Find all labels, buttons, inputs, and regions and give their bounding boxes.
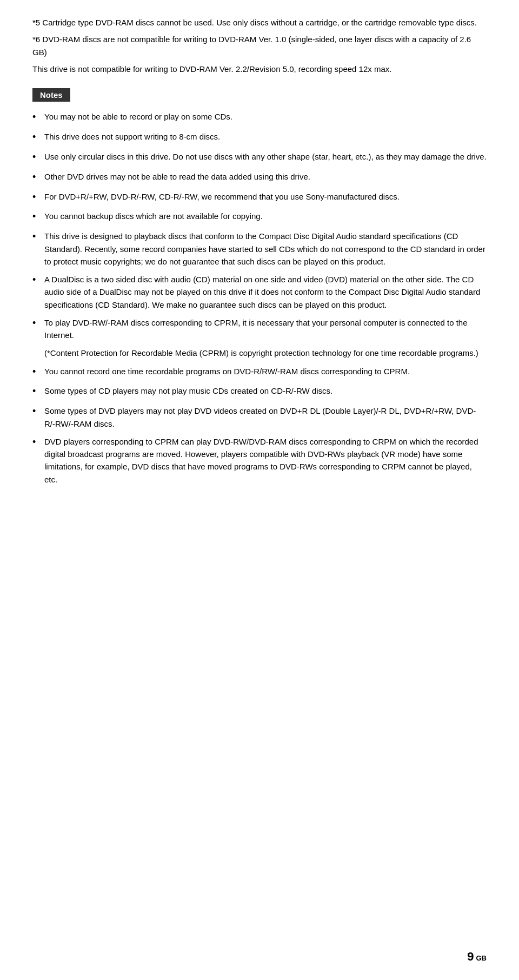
cprm-note: (*Content Protection for Recordable Medi… [44, 347, 487, 359]
list-item: •Other DVD drives may not be able to rea… [32, 170, 487, 185]
bullet-icon: • [32, 209, 44, 224]
list-item: •Some types of CD players may not play m… [32, 385, 487, 399]
intro-line2: *6 DVD-RAM discs are not compatible for … [32, 33, 487, 58]
bullet-icon: • [32, 150, 44, 165]
list-item-text: Some types of DVD players may not play D… [44, 405, 487, 430]
bullet-icon: • [32, 435, 44, 450]
intro-section: *5 Cartridge type DVD-RAM discs cannot b… [32, 16, 487, 75]
list-item: •A DualDisc is a two sided disc with aud… [32, 273, 487, 311]
list-item: •This drive is designed to playback disc… [32, 230, 487, 268]
list-item-text: You may not be able to record or play on… [44, 110, 487, 123]
bullet-icon: • [32, 384, 44, 399]
bullet-icon: • [32, 110, 44, 125]
list-item-text: This drive is designed to playback discs… [44, 230, 487, 268]
list-item-text: DVD players corresponding to CPRM can pl… [44, 435, 487, 486]
notes-list: •You may not be able to record or play o… [32, 110, 487, 486]
bullet-icon: • [32, 365, 44, 380]
bullet-icon: • [32, 229, 44, 244]
bullet-icon: • [32, 404, 44, 419]
list-item-text: To play DVD-RW/-RAM discs corresponding … [44, 316, 487, 342]
list-item-text: You cannot record one time recordable pr… [44, 365, 487, 378]
list-item-text: Other DVD drives may not be able to read… [44, 170, 487, 183]
list-item-text: Use only circular discs in this drive. D… [44, 150, 487, 163]
list-item-text: A DualDisc is a two sided disc with audi… [44, 273, 487, 311]
list-item: •You may not be able to record or play o… [32, 110, 487, 125]
list-item-text: For DVD+R/+RW, DVD-R/-RW, CD-R/-RW, we r… [44, 190, 487, 203]
list-item: •You cannot record one time recordable p… [32, 365, 487, 380]
intro-line1: *5 Cartridge type DVD-RAM discs cannot b… [32, 16, 487, 29]
bullet-icon: • [32, 273, 44, 288]
list-item: •DVD players corresponding to CPRM can p… [32, 435, 487, 486]
bullet-icon: • [32, 130, 44, 145]
page-suffix: GB [476, 954, 487, 962]
page-num: 9 [467, 950, 474, 963]
list-item-text: You cannot backup discs which are not av… [44, 210, 487, 222]
list-item: •You cannot backup discs which are not a… [32, 210, 487, 224]
list-item: •This drive does not support writing to … [32, 130, 487, 145]
bullet-icon: • [32, 190, 44, 205]
page-number: 9 GB [467, 950, 487, 964]
bullet-icon: • [32, 170, 44, 185]
list-item: •For DVD+R/+RW, DVD-R/-RW, CD-R/-RW, we … [32, 190, 487, 205]
list-item: •Use only circular discs in this drive. … [32, 150, 487, 165]
list-item-text: This drive does not support writing to 8… [44, 130, 487, 143]
intro-line3: This drive is not compatible for writing… [32, 63, 487, 75]
list-item: •Some types of DVD players may not play … [32, 405, 487, 430]
notes-label: Notes [32, 88, 70, 102]
bullet-icon: • [32, 316, 44, 331]
list-item: •To play DVD-RW/-RAM discs corresponding… [32, 316, 487, 342]
list-item-text: Some types of CD players may not play mu… [44, 385, 487, 397]
